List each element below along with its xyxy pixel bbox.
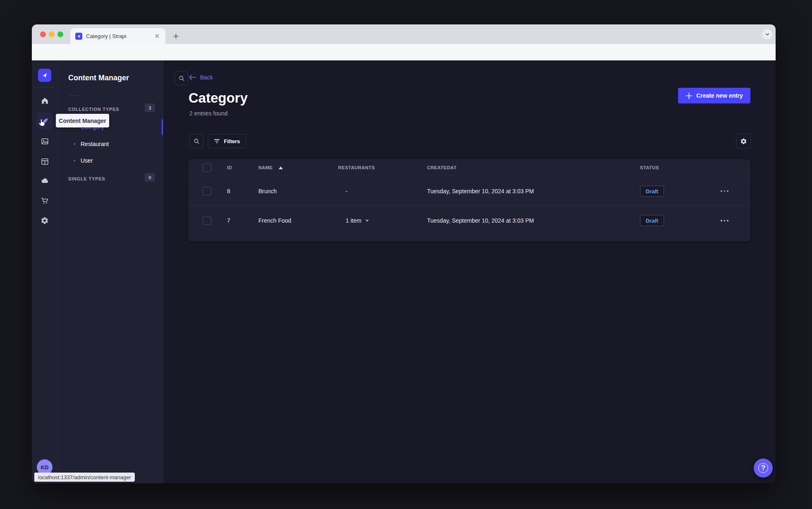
sidebar-item-deploy[interactable] — [36, 173, 53, 189]
browser-status-bar: localhost:1337/admin/content-manager — [34, 473, 135, 482]
page-title: Category — [189, 90, 248, 106]
filters-button[interactable]: Filters — [208, 134, 246, 148]
cart-icon — [41, 197, 49, 205]
sidebar-item-content-type-builder[interactable] — [36, 153, 53, 170]
column-header-createdat: CREATEDAT — [427, 165, 457, 170]
browser-tab[interactable]: Category | Strapi — [70, 28, 165, 44]
table-header-row: ID NAME RESTAURANTS CREATEDAT STATUS — [188, 159, 750, 176]
browser-toolbar: localhost:1337/admin/content-manager/col… — [32, 44, 776, 60]
subnav-item-restaurant[interactable]: Restaurant — [68, 137, 157, 151]
back-label: Back — [200, 74, 213, 81]
single-types-label: SINGLE TYPES — [68, 176, 105, 181]
cell-restaurants: - — [346, 188, 348, 194]
sidebar-item-media-library[interactable] — [36, 133, 53, 149]
chevron-down-icon — [365, 220, 369, 222]
single-types-count-badge: 0 — [145, 173, 155, 182]
browser-tab-strip: Category | Strapi — [32, 24, 776, 44]
images-icon — [41, 137, 49, 146]
cell-createdat: Tuesday, September 10, 2024 at 3:03 PM — [427, 217, 534, 224]
strapi-logo-icon[interactable] — [38, 69, 51, 82]
row-actions-menu-icon[interactable] — [721, 190, 728, 192]
tab-search-chevron-icon[interactable] — [762, 29, 772, 39]
back-arrow-icon — [189, 74, 196, 80]
table-row[interactable]: 8 Brunch - Tuesday, September 10, 2024 a… — [188, 176, 750, 206]
cell-name: French Food — [258, 217, 291, 224]
cell-createdat: Tuesday, September 10, 2024 at 3:03 PM — [427, 188, 534, 194]
cell-id: 7 — [227, 217, 230, 224]
strapi-app: KD Content Manager COLLECTION TYPES 3 Ca… — [32, 60, 776, 483]
table-settings-icon — [740, 138, 747, 145]
minimize-window-button[interactable] — [49, 31, 55, 37]
close-window-button[interactable] — [40, 31, 46, 37]
subnav-search-button[interactable] — [174, 71, 189, 85]
cell-restaurants-expandable[interactable]: 1 item — [346, 217, 369, 224]
bullet-icon — [74, 160, 75, 161]
entries-table: ID NAME RESTAURANTS CREATEDAT STATUS 8 B… — [188, 159, 750, 241]
bullet-icon — [74, 143, 75, 145]
rail-divider — [36, 87, 54, 87]
subnav-item-label: User — [81, 157, 93, 164]
filters-label: Filters — [224, 138, 240, 144]
row-checkbox[interactable] — [203, 216, 211, 225]
search-icon — [193, 138, 200, 144]
column-header-name[interactable]: NAME — [258, 165, 283, 170]
view-settings-button[interactable] — [736, 134, 751, 149]
row-checkbox[interactable] — [203, 187, 211, 195]
active-item-indicator — [162, 119, 163, 135]
cloud-icon — [40, 176, 49, 185]
column-header-restaurants: RESTAURANTS — [338, 165, 375, 170]
sidebar-item-marketplace[interactable] — [36, 192, 53, 209]
column-header-status: STATUS — [640, 165, 659, 170]
entries-count: 2 entries found — [189, 110, 228, 117]
browser-window: Category | Strapi localhost:1337/admin/c… — [32, 24, 776, 483]
help-button[interactable]: ? — [754, 459, 773, 478]
back-link[interactable]: Back — [189, 74, 213, 81]
sidebar-item-home[interactable] — [36, 92, 53, 109]
question-icon: ? — [758, 463, 768, 473]
cursor-pointer — [38, 118, 46, 127]
tab-close-icon[interactable] — [154, 33, 160, 39]
settings-gear-icon — [41, 216, 49, 225]
table-search-button[interactable] — [189, 134, 203, 148]
subnav-title: Content Manager — [68, 74, 129, 82]
subnav-item-user[interactable]: User — [68, 153, 157, 168]
create-new-entry-label: Create new entry — [696, 92, 743, 99]
search-icon — [179, 75, 185, 82]
sort-ascending-icon — [279, 166, 283, 169]
strapi-favicon-icon — [75, 33, 82, 40]
cell-id: 8 — [227, 188, 230, 194]
new-tab-button[interactable] — [171, 31, 181, 41]
status-badge: Draft — [640, 185, 664, 197]
fullscreen-window-button[interactable] — [57, 31, 63, 37]
collection-types-label: COLLECTION TYPES — [68, 107, 119, 112]
cell-name: Brunch — [258, 188, 277, 194]
row-actions-menu-icon[interactable] — [721, 220, 728, 221]
content-manager-tooltip: Content Manager — [56, 114, 109, 127]
filter-icon — [214, 139, 220, 144]
plus-icon — [685, 92, 693, 99]
layout-icon — [41, 157, 49, 166]
collection-types-count-badge: 3 — [145, 103, 155, 112]
select-all-checkbox[interactable] — [203, 163, 211, 172]
sidebar-item-settings[interactable] — [36, 212, 53, 229]
status-badge: Draft — [640, 215, 664, 226]
column-header-id[interactable]: ID — [227, 165, 232, 170]
home-icon — [41, 96, 49, 105]
table-row[interactable]: 7 French Food 1 item Tuesday, September … — [188, 206, 750, 235]
create-new-entry-button[interactable]: Create new entry — [678, 88, 750, 103]
tab-title: Category | Strapi — [86, 33, 150, 39]
subnav-item-label: Restaurant — [81, 141, 109, 147]
subnav-divider — [68, 95, 81, 96]
